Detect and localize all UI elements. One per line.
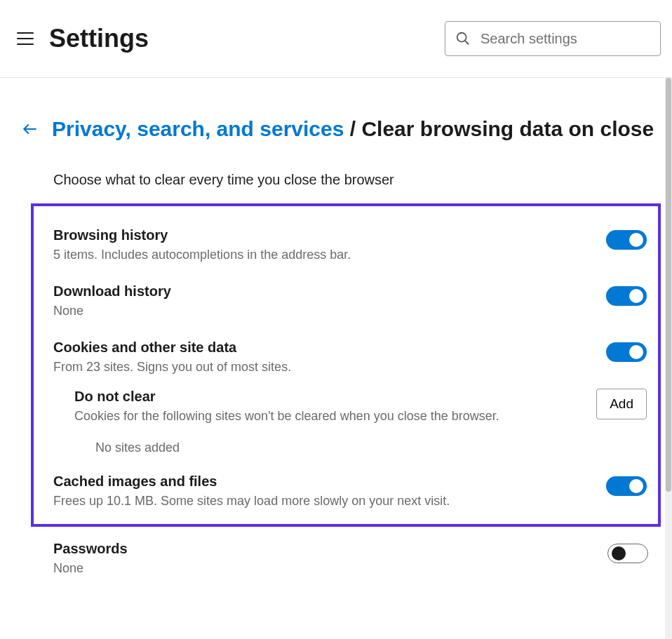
highlighted-settings-group: Browsing history 5 items. Includes autoc… [31, 203, 661, 527]
back-arrow-icon[interactable] [21, 119, 41, 139]
do-not-clear-empty: No sites added [74, 424, 647, 462]
search-settings-box[interactable] [445, 21, 661, 56]
content-scroll: Privacy, search, and services / Clear br… [0, 78, 672, 639]
do-not-clear-title: Do not clear [74, 389, 499, 405]
intro-text: Choose what to clear every time you clos… [53, 172, 661, 188]
breadcrumb-current: Clear browsing data on close [361, 117, 654, 140]
setting-row-download-history: Download history None [53, 279, 647, 335]
setting-title: Passwords [53, 541, 607, 557]
breadcrumb-row: Privacy, search, and services / Clear br… [21, 117, 661, 141]
setting-desc: From 23 sites. Signs you out of most sit… [53, 360, 606, 375]
search-icon [455, 31, 471, 46]
menu-icon[interactable] [17, 32, 34, 45]
toggle-browsing-history[interactable] [606, 230, 647, 250]
setting-desc: 5 items. Includes autocompletions in the… [53, 248, 606, 262]
setting-row-cookies: Cookies and other site data From 23 site… [53, 335, 647, 386]
setting-row-browsing-history: Browsing history 5 items. Includes autoc… [53, 223, 647, 279]
do-not-clear-section: Do not clear Cookies for the following s… [53, 389, 647, 462]
breadcrumb: Privacy, search, and services / Clear br… [52, 117, 654, 141]
toggle-passwords[interactable] [607, 544, 648, 563]
breadcrumb-separator: / [350, 117, 356, 140]
setting-title: Cached images and files [53, 473, 606, 490]
toggle-download-history[interactable] [606, 286, 647, 306]
add-button[interactable]: Add [596, 389, 647, 419]
toggle-cookies[interactable] [606, 342, 647, 362]
page-title: Settings [49, 24, 445, 53]
setting-row-cache: Cached images and files Frees up 10.1 MB… [53, 469, 647, 514]
header-bar: Settings [0, 0, 672, 78]
breadcrumb-parent-link[interactable]: Privacy, search, and services [52, 117, 344, 140]
setting-title: Browsing history [53, 227, 606, 243]
svg-point-0 [457, 33, 466, 42]
do-not-clear-desc: Cookies for the following sites won't be… [74, 409, 499, 424]
search-input[interactable] [481, 31, 650, 47]
setting-desc: Frees up 10.1 MB. Some sites may load mo… [53, 494, 606, 509]
toggle-cache[interactable] [606, 476, 647, 496]
setting-title: Download history [53, 283, 606, 300]
svg-line-1 [465, 41, 469, 45]
setting-row-passwords: Passwords None [21, 527, 661, 593]
setting-desc: None [53, 304, 606, 318]
setting-title: Cookies and other site data [53, 339, 606, 356]
setting-desc: None [53, 561, 607, 576]
